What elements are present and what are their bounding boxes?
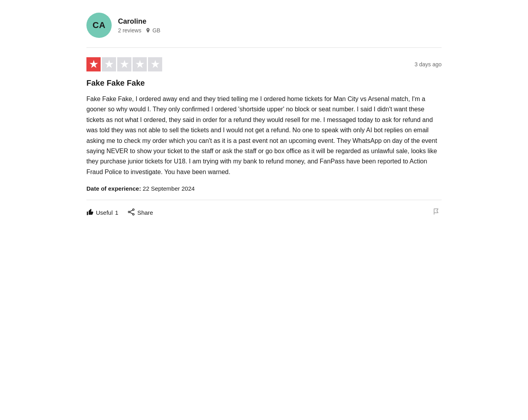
star-4: ★ <box>133 57 147 71</box>
share-label: Share <box>137 209 153 216</box>
location-container: GB <box>145 27 160 34</box>
user-section: CA Caroline 2 reviews GB <box>86 13 442 48</box>
user-meta: 2 reviews GB <box>118 27 160 34</box>
footer-actions: Useful 1 Share <box>86 207 153 219</box>
review-footer: Useful 1 Share <box>86 200 442 219</box>
useful-label: Useful <box>96 209 113 216</box>
svg-point-2 <box>128 211 130 213</box>
star-1: ★ <box>86 57 101 71</box>
useful-count: 1 <box>115 209 118 216</box>
review-date: 3 days ago <box>415 61 442 68</box>
svg-line-4 <box>130 212 133 214</box>
review-card: CA Caroline 2 reviews GB <box>71 0 457 231</box>
review-header: ★ ★ ★ ★ ★ 3 days ago <box>86 57 442 71</box>
useful-button[interactable]: Useful 1 <box>86 207 118 219</box>
experience-date: Date of experience: 22 September 2024 <box>86 185 442 192</box>
star-5: ★ <box>148 57 162 71</box>
svg-line-3 <box>130 210 133 212</box>
user-info: Caroline 2 reviews GB <box>118 17 160 34</box>
stars-container: ★ ★ ★ ★ ★ <box>86 57 162 71</box>
share-icon <box>128 208 135 217</box>
reviews-count: 2 reviews <box>118 27 141 34</box>
review-body: Fake Fake Fake, I ordered away end and t… <box>86 94 442 177</box>
experience-label: Date of experience: <box>86 185 141 192</box>
review-section: ★ ★ ★ ★ ★ 3 days ago Fake Fake Fake Fake <box>86 48 442 200</box>
svg-point-1 <box>133 214 134 215</box>
thumbs-up-icon <box>86 208 94 217</box>
svg-point-0 <box>133 209 134 210</box>
avatar: CA <box>86 13 112 38</box>
user-location: GB <box>152 27 160 34</box>
experience-date-value: 22 September 2024 <box>143 185 195 192</box>
star-2: ★ <box>102 57 116 71</box>
avatar-initials: CA <box>93 20 106 30</box>
user-name: Caroline <box>118 17 160 26</box>
star-3: ★ <box>117 57 131 71</box>
flag-button[interactable] <box>431 206 442 219</box>
location-icon <box>145 28 151 33</box>
review-title: Fake Fake Fake <box>86 79 442 88</box>
share-button[interactable]: Share <box>128 207 153 219</box>
